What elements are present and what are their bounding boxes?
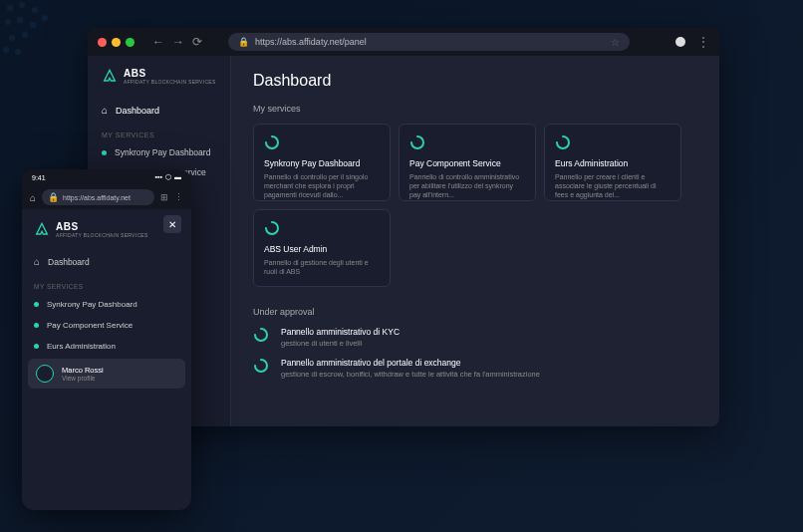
close-icon: ✕ (168, 219, 176, 230)
browser-profile-avatar[interactable] (675, 37, 685, 47)
approval-list: Pannello amministrativo di KYC gestione … (253, 327, 697, 379)
wifi-icon: ⬡ (165, 173, 171, 181)
back-button[interactable]: ← (152, 35, 164, 49)
swirl-icon (264, 220, 280, 236)
mobile-home-button[interactable]: ⌂ (30, 192, 36, 203)
approval-item-kyc[interactable]: Pannello amministrativo di KYC gestione … (253, 327, 697, 348)
sidebar-item-label: Synkrony Pay Dashboard (115, 147, 210, 157)
mobile-sidebar-item-eurs-admin[interactable]: Eurs Administration (22, 336, 191, 357)
svg-point-4 (17, 17, 23, 23)
service-card-eurs-admin[interactable]: Eurs Administration Pannello per creare … (544, 124, 681, 201)
logo-main-label: ABS (124, 68, 216, 79)
section-title-under-approval: Under approval (253, 307, 697, 317)
home-icon: ⌂ (34, 256, 40, 267)
svg-point-0 (7, 5, 13, 11)
page-title: Dashboard (253, 72, 697, 90)
approval-item-exchange[interactable]: Pannello amministrativo del portale di e… (253, 358, 697, 379)
minimize-window-button[interactable] (112, 38, 121, 47)
main-content: Dashboard My services Synkrony Pay Dashb… (231, 56, 719, 426)
address-bar[interactable]: 🔒 https://abs.affidaty.net/panel ☆ (228, 33, 630, 51)
lock-icon: 🔒 (48, 192, 59, 202)
url-text: https://abs.affidaty.net/panel (255, 37, 367, 47)
svg-point-7 (9, 35, 15, 41)
profile-sublabel: View profile (62, 375, 104, 382)
browser-menu-icon[interactable]: ⋮ (697, 35, 709, 49)
profile-name: Marco Rossi (62, 366, 104, 375)
mobile-browser-chrome: ⌂ 🔒 https://abs.affidaty.net ⊞ ⋮ (22, 185, 191, 209)
mobile-extension-icon[interactable]: ⊞ (160, 192, 168, 202)
service-card-pay-component[interactable]: Pay Component Service Pannello di contro… (399, 124, 536, 201)
swirl-icon (409, 134, 425, 150)
mobile-sidebar-item-synkrony-pay[interactable]: Synkrony Pay Dashboard (22, 294, 191, 315)
close-window-button[interactable] (98, 38, 107, 47)
mobile-browser-window: 9:41 ▪▪▪ ⬡ ▬ ⌂ 🔒 https://abs.affidaty.ne… (22, 169, 191, 510)
mobile-sidebar-item-pay-component[interactable]: Pay Component Service (22, 315, 191, 336)
svg-point-6 (42, 15, 48, 21)
mobile-sidebar: ✕ ABS AFFIDATY BLOCKCHAIN SERVICES ⌂ Das… (22, 209, 191, 510)
logo-mark-icon (34, 222, 50, 238)
service-card-synkrony-pay[interactable]: Synkrony Pay Dashboard Pannello di contr… (253, 124, 391, 201)
logo-main-label: ABS (56, 221, 148, 232)
service-cards-grid: Synkrony Pay Dashboard Pannello di contr… (253, 124, 697, 287)
bookmark-star-icon[interactable]: ☆ (611, 37, 620, 48)
browser-chrome: ← → ⟳ 🔒 https://abs.affidaty.net/panel ☆… (88, 28, 719, 56)
card-description: Pannello di controllo amministrativo per… (409, 172, 525, 199)
mobile-status-bar: 9:41 ▪▪▪ ⬡ ▬ (22, 169, 191, 185)
app-logo[interactable]: ABS AFFIDATY BLOCKCHAIN SERVICES (88, 68, 230, 99)
sidebar-item-dashboard[interactable]: ⌂ Dashboard (88, 99, 230, 122)
status-dot-icon (34, 302, 39, 307)
approval-title: Pannello amministrativo di KYC (281, 327, 400, 337)
svg-point-8 (22, 32, 28, 38)
sidebar-item-label: Dashboard (116, 106, 159, 116)
close-sidebar-button[interactable]: ✕ (163, 215, 181, 233)
section-title-my-services: My services (253, 104, 697, 114)
service-card-abs-user-admin[interactable]: ABS User Admin Pannello di gestione degl… (253, 209, 391, 287)
card-title: ABS User Admin (264, 244, 380, 254)
approval-description: gestione di utenti e livelli (281, 339, 400, 348)
status-dot-icon (102, 150, 107, 155)
sidebar-item-label: Eurs Administration (47, 342, 116, 351)
mobile-sidebar-item-dashboard[interactable]: ⌂ Dashboard (22, 248, 191, 275)
mobile-sidebar-section-header: MY SERVICES (22, 275, 191, 294)
approval-description: gestione di escrow, bonifici, withdraw e… (281, 370, 540, 379)
status-dot-icon (34, 323, 39, 328)
card-description: Pannello per creare i clienti e associar… (555, 172, 670, 199)
svg-point-1 (19, 2, 25, 8)
swirl-icon (253, 327, 269, 343)
status-icons: ▪▪▪ ⬡ ▬ (155, 173, 181, 181)
signal-icon: ▪▪▪ (155, 173, 162, 181)
card-title: Eurs Administration (555, 158, 670, 168)
browser-nav: ← → ⟳ (152, 35, 202, 49)
status-time: 9:41 (32, 174, 46, 181)
approval-title: Pannello amministrativo del portale di e… (281, 358, 540, 368)
maximize-window-button[interactable] (126, 38, 134, 47)
card-description: Pannello di gestione degli utenti e ruol… (264, 258, 380, 276)
swirl-icon (253, 358, 269, 374)
card-title: Synkrony Pay Dashboard (264, 158, 380, 168)
logo-sub-label: AFFIDATY BLOCKCHAIN SERVICES (124, 79, 216, 85)
home-icon: ⌂ (102, 105, 108, 116)
sidebar-item-synkrony-pay[interactable]: Synkrony Pay Dashboard (88, 142, 230, 162)
sidebar-item-label: Synkrony Pay Dashboard (47, 300, 137, 309)
battery-icon: ▬ (174, 173, 181, 181)
forward-button[interactable]: → (172, 35, 184, 49)
traffic-lights (98, 38, 134, 47)
swirl-icon (264, 134, 280, 150)
svg-point-9 (3, 47, 9, 53)
sidebar-item-label: Pay Component Service (47, 321, 133, 330)
status-dot-icon (34, 344, 39, 349)
mobile-profile-card[interactable]: Marco Rossi View profile (28, 359, 185, 389)
card-title: Pay Component Service (409, 158, 525, 168)
svg-point-10 (15, 49, 21, 55)
svg-point-2 (32, 7, 38, 13)
sidebar-section-header: MY SERVICES (88, 122, 230, 142)
card-description: Pannello di controllo per il singolo mer… (264, 172, 380, 199)
logo-mark-icon (102, 69, 118, 85)
reload-button[interactable]: ⟳ (192, 35, 202, 49)
mobile-menu-icon[interactable]: ⋮ (174, 192, 183, 202)
logo-sub-label: AFFIDATY BLOCKCHAIN SERVICES (56, 232, 148, 238)
svg-point-5 (30, 22, 36, 28)
svg-point-3 (5, 19, 11, 25)
mobile-url-text: https://abs.affidaty.net (63, 194, 131, 201)
mobile-address-bar[interactable]: 🔒 https://abs.affidaty.net (42, 189, 154, 205)
